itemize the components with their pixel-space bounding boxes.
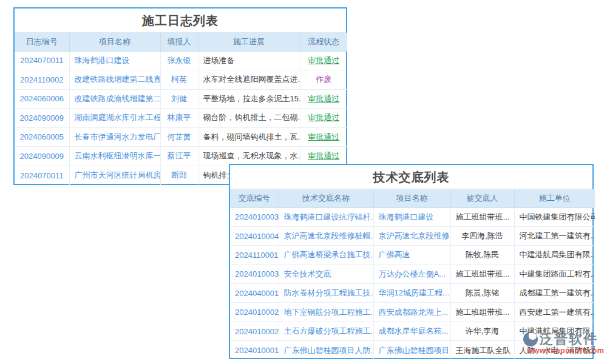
recipients-cell: 施工班组带班... [450, 303, 514, 322]
project-cell[interactable]: 广东佛山碧桂园项目 [373, 341, 450, 360]
column-header: 被交底人 [450, 189, 514, 207]
reporter-cell[interactable]: 蔡江平 [160, 147, 198, 166]
watermark-brand: 泛普软件 [540, 330, 598, 348]
column-header: 交底编号 [230, 189, 279, 207]
project-cell[interactable]: 改建铁路成渝线增建第二... [69, 89, 160, 109]
table-row: 2024010003珠海鹤港口建设抗浮锚杆...珠海鹤港口建设施工班组带班...… [230, 207, 595, 226]
recipients-cell: 施工班组带班... [450, 207, 514, 226]
recipients-cell: 王海施工队全队 [450, 341, 514, 360]
id-cell[interactable]: 2024010003 [230, 265, 279, 283]
progress-cell: 水车对全线遮阳网覆盖点进... [198, 70, 300, 90]
construction-log-panel: 施工日志列表 日志编号项目名称填报人施工进展流程状态 2024070011珠海鹤… [13, 7, 347, 185]
name-cell[interactable]: 广东佛山碧桂园项目人防... [279, 341, 373, 360]
progress-cell: 砌台阶，钩机排土，二包砌... [198, 109, 300, 128]
id-cell[interactable]: 2024010002 [230, 322, 279, 340]
project-cell[interactable]: 华润12城房建工程... [373, 284, 450, 303]
table-row: 2024110001广佛高速桥梁承台施工技...广佛高速陈牧,陈民中建港航局集团… [230, 246, 595, 265]
column-header: 填报人 [160, 33, 198, 51]
reporter-cell[interactable]: 柯英 [160, 70, 198, 90]
id-cell[interactable]: 2024060006 [15, 89, 69, 109]
project-cell[interactable]: 珠海鹤港口建设 [373, 207, 450, 226]
project-cell[interactable]: 湖南洞庭湖水库引水工程... [69, 109, 160, 128]
reporter-cell[interactable]: 张永银 [160, 51, 198, 70]
reporter-cell[interactable]: 林康平 [160, 109, 198, 128]
fanpu-logo-icon [523, 332, 538, 346]
unit-cell: 成都建工第一建筑有... [514, 284, 595, 303]
reporter-cell[interactable]: 断郎 [160, 166, 198, 185]
recipients-cell: 许华,李海 [450, 322, 514, 340]
column-header: 技术交底名称 [279, 189, 373, 207]
name-cell[interactable]: 地下室钢筋分项工程施工... [279, 303, 373, 322]
id-cell[interactable]: 2024060005 [15, 127, 69, 147]
progress-cell: 备料，砌间墙钩机排土，瓦... [198, 127, 300, 147]
construction-log-title: 施工日志列表 [15, 8, 346, 33]
status-cell[interactable]: 审批通过 [300, 109, 347, 128]
construction-log-table: 日志编号项目名称填报人施工进展流程状态 2024070011珠海鹤港口建设张永银… [15, 33, 347, 185]
column-header: 日志编号 [15, 33, 69, 51]
column-header: 项目名称 [373, 189, 450, 207]
header-row: 日志编号项目名称填报人施工进展流程状态 [15, 33, 347, 51]
watermark-url: www.fanpusoft.com [523, 346, 607, 355]
project-cell[interactable]: 云南水利枢纽潜明水库一... [69, 147, 160, 166]
id-cell[interactable]: 2024070011 [15, 166, 69, 185]
header-row: 交底编号技术交底名称项目名称被交底人施工单位 [230, 189, 595, 207]
project-cell[interactable]: 改建铁路线增建第二线直... [69, 70, 160, 90]
table-row: 2024090009云南水利枢纽潜明水库一...蔡江平现场巡查，无积水现象，水.… [15, 147, 347, 166]
column-header: 施工单位 [514, 189, 595, 207]
recipients-cell: 施工班组带班... [450, 265, 514, 283]
status-cell[interactable]: 审批通过 [300, 89, 347, 109]
project-cell[interactable]: 万达办公楼左侧A... [373, 265, 450, 283]
id-cell[interactable]: 2024070011 [15, 51, 69, 70]
table-row: 2024010003安全技术交底万达办公楼左侧A...施工班组带班...中建集团… [230, 265, 595, 283]
name-cell[interactable]: 广佛高速桥梁承台施工技... [279, 246, 373, 265]
status-cell[interactable]: 审批通过 [300, 127, 347, 147]
reporter-cell[interactable]: 何芷茵 [160, 127, 198, 147]
column-header: 施工进展 [198, 33, 300, 51]
watermark: 泛普软件 www.fanpusoft.com [523, 330, 607, 355]
table-row: 2024010002地下室钢筋分项工程施工...西安成都路龙湖上...施工班组带… [230, 303, 595, 322]
status-cell[interactable]: 审批通过 [300, 51, 347, 70]
table-row: 2024090009湖南洞庭湖水库引水工程...林康平砌台阶，钩机排土，二包砌.… [15, 109, 347, 128]
tech-disclosure-title: 技术交底列表 [230, 165, 592, 189]
name-cell[interactable]: 京沪高速北京段维修桩帽... [279, 226, 373, 245]
id-cell[interactable]: 2024090009 [15, 109, 69, 128]
status-cell[interactable]: 审批通过 [300, 147, 347, 166]
project-cell[interactable]: 成都水岸华庭名苑... [373, 322, 450, 340]
status-cell[interactable]: 作废 [300, 70, 347, 90]
name-cell[interactable]: 安全技术交底 [279, 265, 373, 283]
table-row: 2024040001防水卷材分项工程施工技...华润12城房建工程...陈晨,陈… [230, 284, 595, 303]
column-header: 项目名称 [69, 33, 160, 51]
id-cell[interactable]: 2024010003 [230, 207, 279, 226]
id-cell[interactable]: 2024110001 [230, 246, 279, 265]
id-cell[interactable]: 2024040001 [230, 284, 279, 303]
unit-cell: 河北建工第一建筑有... [514, 226, 595, 245]
progress-cell: 平整场地，拉走多余泥土15... [198, 89, 300, 109]
name-cell[interactable]: 珠海鹤港口建设抗浮锚杆... [279, 207, 373, 226]
project-cell[interactable]: 广州市天河区统计局机房... [69, 166, 160, 185]
project-cell[interactable]: 长春市伊通河水力发电厂... [69, 127, 160, 147]
id-cell[interactable]: 2024010002 [230, 303, 279, 322]
progress-cell: 进场准备 [198, 51, 300, 70]
project-cell[interactable]: 西安成都路龙湖上... [373, 303, 450, 322]
reporter-cell[interactable]: 刘健 [160, 89, 198, 109]
table-row: 2024060006改建铁路成渝线增建第二...刘健平整场地，拉走多余泥土15.… [15, 89, 347, 109]
progress-cell: 现场巡查，无积水现象，水... [198, 147, 300, 166]
id-cell[interactable]: 2024090009 [15, 147, 69, 166]
name-cell[interactable]: 土石方爆破分项工程施工... [279, 322, 373, 340]
id-cell[interactable]: 2024010001 [230, 341, 279, 360]
table-row: 2024110002改建铁路线增建第二线直...柯英水车对全线遮阳网覆盖点进..… [15, 70, 347, 90]
table-row: 2024070011珠海鹤港口建设张永银进场准备审批通过 [15, 51, 347, 70]
id-cell[interactable]: 2024010004 [230, 226, 279, 245]
recipients-cell: 陈牧,陈民 [450, 246, 514, 265]
unit-cell: 西安建工第一建筑有... [514, 303, 595, 322]
column-header: 流程状态 [300, 33, 347, 51]
unit-cell: 中建集团路面工程有... [514, 265, 595, 283]
unit-cell: 中国铁建集团有限公司 [514, 207, 595, 226]
name-cell[interactable]: 防水卷材分项工程施工技... [279, 284, 373, 303]
table-row: 2024060005长春市伊通河水力发电厂...何芷茵备料，砌间墙钩机排土，瓦.… [15, 127, 347, 147]
id-cell[interactable]: 2024110002 [15, 70, 69, 90]
unit-cell: 中建港航局集团有限... [514, 246, 595, 265]
project-cell[interactable]: 京沪高速北京段维修 [373, 226, 450, 245]
project-cell[interactable]: 广佛高速 [373, 246, 450, 265]
project-cell[interactable]: 珠海鹤港口建设 [69, 51, 160, 70]
